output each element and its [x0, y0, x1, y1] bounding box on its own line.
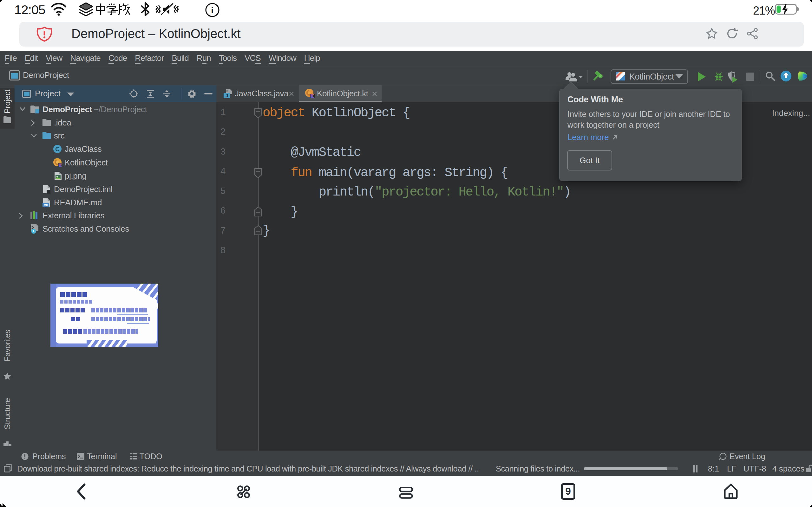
svg-text:C: C [55, 146, 60, 153]
svg-text:J: J [225, 93, 228, 98]
svg-text:MD: MD [44, 203, 49, 207]
svg-text:i: i [211, 5, 213, 15]
